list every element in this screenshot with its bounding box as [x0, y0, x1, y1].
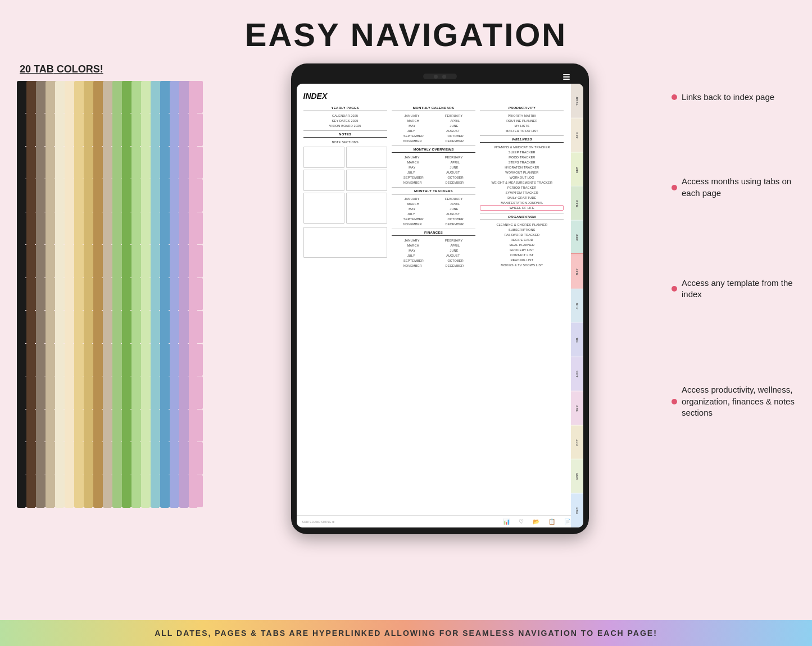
cal-pair-5: SEPTEMBEROCTOBER — [392, 133, 475, 138]
book-12 — [122, 81, 130, 508]
org-item-4[interactable]: RECIPE CARD — [480, 237, 564, 242]
prod-item-3[interactable]: MY LISTS — [480, 123, 564, 128]
right-section: Links back to index page Access months u… — [672, 63, 795, 424]
org-item-3[interactable]: PASSWORD TRACKER — [480, 232, 564, 237]
org-item-5[interactable]: MEAL PLANNER — [480, 242, 564, 247]
annotation-text-2: Access months using tabs on each page — [682, 176, 795, 199]
prod-item-2[interactable]: ROUTINE PLANNER — [480, 118, 564, 123]
well-item-1[interactable]: VITAMINS & MEDICATION TRACKER — [480, 144, 564, 149]
org-item-2[interactable]: SUBSCRIPTIONS — [480, 227, 564, 232]
well-item-11[interactable]: DAILY GRATITUDE — [480, 195, 564, 200]
tab-feb[interactable]: FEB — [571, 152, 583, 186]
header: EASY NAVIGATION — [0, 0, 812, 63]
well-item-8[interactable]: WEIGHT & MEASUREMENTS TRACKER — [480, 180, 564, 185]
tr-pair-1: JANUARYFEBRUARY — [392, 196, 475, 201]
yearly-item-3[interactable]: VISION BOARD 2025 — [303, 123, 387, 128]
label-prefix: 20 — [20, 63, 34, 75]
annotation-group-2: Access months using tabs on each page — [672, 176, 795, 204]
org-item-8[interactable]: READING LIST — [480, 257, 564, 262]
tab-jul[interactable]: JUL — [571, 322, 583, 357]
org-item-9[interactable]: MOVIES & TV SHOWS LIST — [480, 262, 564, 267]
bottom-icon-doc[interactable]: 📄 — [564, 518, 571, 525]
well-item-9[interactable]: PERIOD TRACKER — [480, 185, 564, 190]
fin-pair-3: MAYJUNE — [392, 248, 475, 253]
center-section: INDEX YEARLY PAGES CALENDAR 2025 KEY DAT… — [219, 63, 660, 534]
menu-line-3 — [563, 79, 570, 80]
menu-button[interactable] — [561, 71, 572, 83]
cal-pair-4: JULYAUGUST — [392, 128, 475, 133]
footer: ALL DATES, PAGES & TABS ARE HYPERLINKED … — [0, 620, 812, 646]
tab-mar[interactable]: MAR — [571, 186, 583, 220]
annotation-1: Links back to index page — [672, 92, 795, 103]
fin-pair-1: JANUARYFEBRUARY — [392, 238, 475, 243]
cal-pair-3: MAYJUNE — [392, 123, 475, 128]
note-box-5 — [303, 193, 344, 224]
yearly-item-2[interactable]: KEY DATES 2025 — [303, 118, 387, 123]
note-box-1 — [303, 147, 344, 168]
footer-text: ALL DATES, PAGES & TABS ARE HYPERLINKED … — [155, 629, 657, 638]
book-8 — [84, 81, 92, 508]
tab-dec[interactable]: DEC — [571, 493, 583, 527]
tab-aug[interactable]: AUG — [571, 357, 583, 391]
screen-wrapper: INDEX YEARLY PAGES CALENDAR 2025 KEY DAT… — [297, 84, 571, 527]
label-suffix: COLORS! — [54, 63, 103, 75]
col-yearly: YEARLY PAGES CALENDAR 2025 KEY DATES 202… — [303, 106, 387, 268]
bottom-icon-heart[interactable]: ♡ — [519, 518, 524, 525]
annotation-text-4: Access productivity, wellness, organizat… — [682, 384, 795, 418]
org-header: ORGANIZATION — [480, 215, 564, 220]
tab-jan[interactable]: JAN — [571, 118, 583, 152]
screen-content: INDEX YEARLY PAGES CALENDAR 2025 KEY DAT… — [297, 84, 571, 515]
monthly-ov-header: MONTHLY OVERVIEWS — [392, 148, 475, 153]
device-screen: INDEX YEARLY PAGES CALENDAR 2025 KEY DAT… — [297, 84, 583, 527]
tr-pair-5: SEPTEMBEROCTOBER — [392, 216, 475, 221]
well-item-6[interactable]: WORKOUT PLANNER — [480, 170, 564, 175]
ov-pair-6: NOVEMBERDECEMBER — [392, 180, 475, 185]
books-container — [17, 81, 208, 508]
org-item-1[interactable]: CLEANING & CHORES PLANNER — [480, 222, 564, 227]
tab-sep[interactable]: SEP — [571, 391, 583, 425]
camera-dot-2 — [442, 75, 446, 79]
side-tabs: YEAR JAN FEB MAR APR MAY JUN JUL AUG SEP… — [571, 84, 583, 527]
tr-pair-3: MAYJUNE — [392, 206, 475, 211]
bottom-icon-folder[interactable]: 📂 — [533, 518, 539, 525]
tab-may[interactable]: MAY — [571, 254, 583, 289]
ov-pair-1: JANUARYFEBRUARY — [392, 154, 475, 160]
monthly-cal-header: MONTHLY CALENDARS — [392, 106, 475, 111]
tab-apr[interactable]: APR — [571, 220, 583, 254]
notes-sub: NOTE SECTIONS — [303, 139, 387, 144]
book-11 — [112, 81, 121, 508]
book-18 — [179, 81, 188, 508]
book-19 — [189, 81, 197, 508]
well-item-7[interactable]: WORKOUT LOG — [480, 175, 564, 180]
fin-pair-6: NOVEMBERDECEMBER — [392, 263, 475, 268]
tab-nov[interactable]: NOV — [571, 459, 583, 493]
wheel-of-life[interactable]: WHEEL OF LIFE — [480, 205, 564, 211]
cal-pair-1: JANUARYFEBRUARY — [392, 113, 475, 118]
tab-year[interactable]: YEAR — [571, 84, 583, 118]
well-item-2[interactable]: SLEEP TRACKER — [480, 149, 564, 154]
well-item-10[interactable]: SYMPTOM TRACKER — [480, 190, 564, 195]
notes-boxes — [303, 147, 387, 258]
yearly-item-1[interactable]: CALENDAR 2025 — [303, 113, 387, 118]
well-item-3[interactable]: MOOD TRACKER — [480, 154, 564, 160]
tr-pair-4: JULYAUGUST — [392, 211, 475, 216]
annotation-dot-4 — [672, 399, 677, 404]
bottom-icon-clipboard[interactable]: 📋 — [548, 518, 555, 525]
index-grid: YEARLY PAGES CALENDAR 2025 KEY DATES 202… — [303, 106, 564, 268]
tab-oct[interactable]: OCT — [571, 425, 583, 460]
prod-item-4[interactable]: MASTER TO DO LIST — [480, 128, 564, 133]
org-item-6[interactable]: GROCERY LIST — [480, 247, 564, 252]
book-13 — [131, 81, 140, 508]
well-item-5[interactable]: HYDRATON TRACKER — [480, 165, 564, 170]
prod-item-1[interactable]: PRIORITY MATRIX — [480, 113, 564, 118]
book-9 — [93, 81, 102, 508]
well-item-12[interactable]: MANIFESTATION JOURNAL — [480, 200, 564, 205]
bottom-icon-chart[interactable]: 📊 — [503, 518, 510, 525]
fin-pair-5: SEPTEMBEROCTOBER — [392, 258, 475, 263]
well-item-4[interactable]: STEPS TRACKER — [480, 160, 564, 165]
tab-jun[interactable]: JUN — [571, 289, 583, 323]
annotation-group-4: Access productivity, wellness, organizat… — [672, 384, 795, 424]
org-item-7[interactable]: CONTACT LIST — [480, 252, 564, 257]
annotation-group-1: Links back to index page — [672, 92, 795, 108]
main-content: 20 TAB COLORS! — [0, 63, 812, 534]
